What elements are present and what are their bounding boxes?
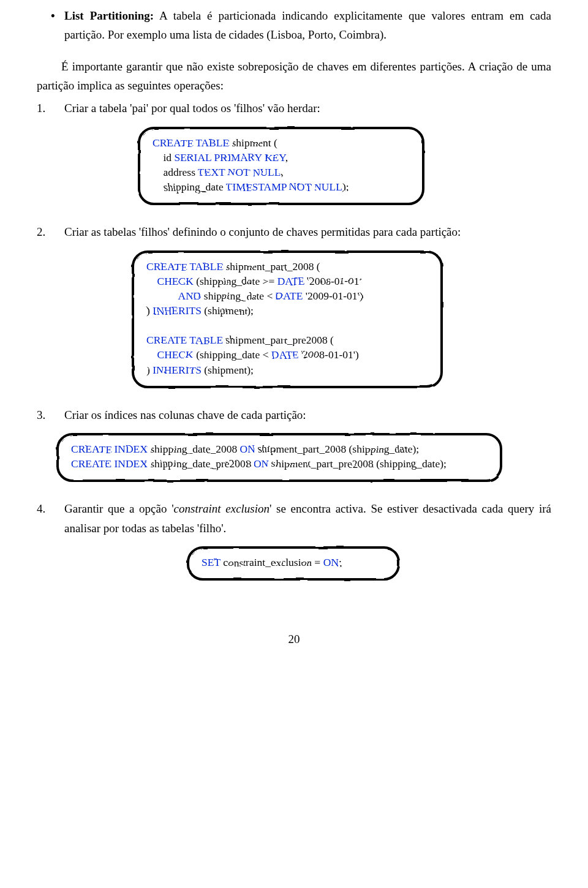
step-text: Criar os índices nas colunas chave de ca… — [64, 408, 306, 421]
code-text: (shipping_date >= — [194, 275, 277, 287]
code-text: '2008-01-01' — [304, 275, 361, 287]
code-text: ); — [342, 181, 349, 193]
step-text: Criar a tabela 'pai' por qual todos os '… — [64, 102, 320, 115]
code-text: shipment_part_pre2008 (shipping_date); — [269, 457, 447, 470]
code-text: , — [281, 166, 284, 178]
kw: AND — [146, 290, 201, 302]
step-number: 2. — [37, 222, 58, 241]
kw: CREATE INDEX — [71, 443, 148, 455]
kw: DATE — [271, 348, 299, 361]
code-text: '2009-01-01') — [303, 290, 363, 302]
code-text: ) — [146, 304, 153, 317]
code-text: shipment_part_pre2008 ( — [223, 334, 334, 346]
step-number: 3. — [37, 405, 58, 424]
code-text: (shipping_date < — [194, 348, 271, 361]
kw: TEXT NOT NULL — [198, 166, 281, 178]
kw: ON — [323, 556, 339, 568]
intro-text: É importante garantir que não existe sob… — [37, 60, 551, 92]
step-number: 1. — [37, 99, 58, 118]
step-1: 1. Criar a tabela 'pai' por qual todos o… — [64, 99, 551, 118]
code-text: shipment_part_2008 (shipping_date); — [255, 443, 419, 455]
code-text: address — [153, 166, 198, 178]
numbered-list: 1. Criar a tabela 'pai' por qual todos o… — [37, 99, 551, 424]
kw: DATE — [277, 275, 305, 287]
numbered-list-cont: 4. Garantir que a opção 'constraint excl… — [37, 499, 551, 581]
step-2: 2. Criar as tabelas 'filhos' definindo o… — [64, 222, 551, 241]
code-text: (shipment); — [202, 364, 254, 376]
intro-paragraph: É importante garantir que não existe sob… — [0, 57, 551, 96]
kw: DATE — [276, 290, 303, 302]
kw: CREATE INDEX — [71, 457, 148, 470]
bullet-label: List Partitioning: — [64, 9, 154, 22]
page-number: 20 — [37, 630, 551, 649]
kw: CHECK — [146, 275, 194, 287]
code-text: shipping_date_2008 — [148, 443, 240, 455]
bullet-item-list-partitioning: List Partitioning: A tabela é particiona… — [64, 6, 551, 45]
code-text: ; — [339, 556, 342, 568]
kw: SERIAL PRIMARY KEY — [175, 151, 285, 164]
code-text: '2008-01-01') — [299, 348, 359, 361]
code-block-2: CREATE TABLE shipment_part_2008 ( CHECK … — [132, 250, 443, 388]
step-4: 4. Garantir que a opção 'constraint excl… — [64, 499, 551, 538]
kw: INHERITS — [153, 304, 202, 317]
code-block-3: CREATE INDEX shipping_date_2008 ON shipm… — [56, 433, 502, 482]
bullet-list: List Partitioning: A tabela é particiona… — [37, 6, 551, 45]
kw: ON — [254, 457, 269, 470]
code-block-1: CREATE TABLE shipment ( id SERIAL PRIMAR… — [138, 127, 424, 206]
step-text: Criar as tabelas 'filhos' definindo o co… — [64, 225, 461, 238]
kw: CREATE TABLE — [146, 334, 223, 346]
code-text: shipment_part_2008 ( — [223, 260, 320, 273]
code-text: ) — [146, 364, 153, 376]
kw: SET — [202, 556, 221, 568]
code-text: shipping_date — [153, 181, 226, 193]
kw: ON — [240, 443, 255, 455]
step-3: 3. Criar os índices nas colunas chave de… — [64, 405, 551, 424]
kw: CREATE TABLE — [146, 260, 223, 273]
code-text: shipping_date < — [201, 290, 275, 302]
code-text: shipment ( — [229, 137, 277, 149]
kw: INHERITS — [153, 364, 202, 376]
step-text-em: constraint exclusion — [174, 502, 270, 515]
kw: CHECK — [146, 348, 194, 361]
code-text: (shipment); — [202, 304, 254, 317]
step-number: 4. — [37, 499, 58, 518]
code-text: id — [153, 151, 175, 164]
kw: CREATE TABLE — [153, 137, 229, 149]
code-text: constraint_exclusion = — [221, 556, 323, 568]
code-text: shipping_date_pre2008 — [148, 457, 254, 470]
step-text-pre: Garantir que a opção ' — [64, 502, 174, 515]
code-block-4: SET constraint_exclusion = ON; — [187, 546, 400, 581]
code-text: , — [285, 151, 288, 164]
kw: TIMESTAMP NOT NULL — [226, 181, 342, 193]
